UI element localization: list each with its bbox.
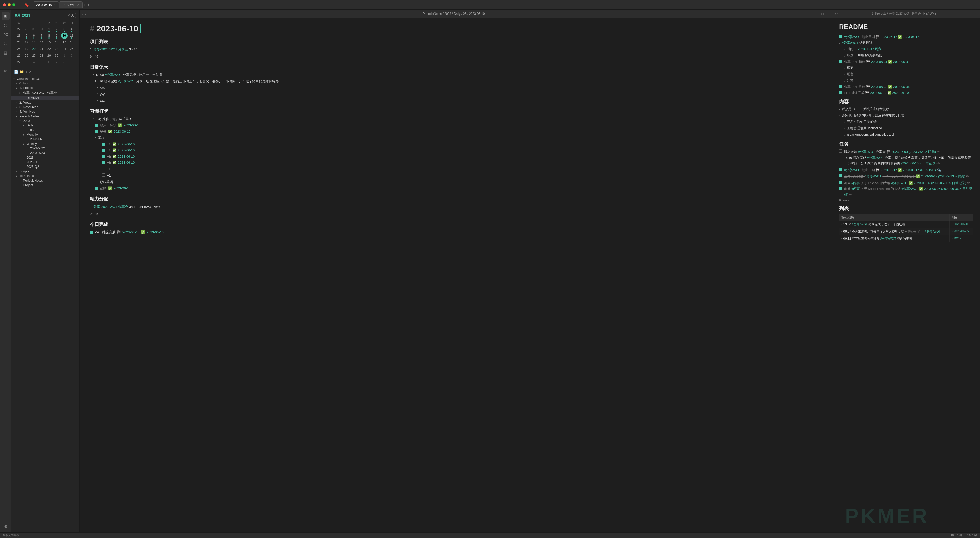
tab-readme[interactable]: README ✕ xyxy=(59,1,83,8)
new-folder-icon[interactable]: 📁 xyxy=(20,70,24,74)
cal-day[interactable]: 13 xyxy=(30,39,38,45)
tree-templates[interactable]: ▾ Templates xyxy=(11,174,80,178)
cal-day[interactable]: 27 xyxy=(30,52,38,59)
cal-day[interactable]: 2 xyxy=(68,52,75,59)
tree-w22[interactable]: 2023-W22 xyxy=(11,146,80,151)
tree-06[interactable]: › 06 xyxy=(11,128,80,132)
tree-periodic[interactable]: ▾ PeriodicNotes xyxy=(11,114,80,119)
task-1-cb[interactable] xyxy=(839,149,842,153)
new-tab-button[interactable]: + xyxy=(84,3,86,7)
task-5-tag[interactable]: #闲事 xyxy=(851,181,860,185)
tree-daily[interactable]: ▾ Daily xyxy=(11,123,80,128)
tree-areas[interactable]: › 2. Areas xyxy=(11,100,80,105)
right-forward-button[interactable]: › xyxy=(837,12,838,16)
tab-editor[interactable]: 2023-06-10 ✕ xyxy=(33,1,59,8)
tab-readme-close[interactable]: ✕ xyxy=(77,3,80,6)
task-2-link[interactable]: (2023-06-10 > 日常记录) xyxy=(901,162,937,165)
cal-day[interactable]: 3 xyxy=(23,59,30,65)
cal-day[interactable]: 19 xyxy=(23,46,30,52)
tree-tpl-periodic[interactable]: PeriodicNotes xyxy=(11,178,80,183)
cal-day[interactable]: 17 xyxy=(61,39,68,45)
calendar-icon[interactable]: ▦ xyxy=(2,48,10,57)
daily-cb-2[interactable] xyxy=(90,79,93,83)
tree-readme[interactable]: README xyxy=(11,95,80,100)
top-tag[interactable]: #分享/WOT xyxy=(844,35,861,39)
close-panel-icon[interactable]: ✕ xyxy=(29,70,32,74)
branch-icon[interactable]: ⌥ xyxy=(2,30,10,38)
tree-2023-q1[interactable]: 2023-Q1 xyxy=(11,160,80,165)
tags-icon[interactable]: ⌗ xyxy=(2,58,10,66)
tree-inbox[interactable]: › 0. Inbox xyxy=(11,81,80,86)
daily-tag-2[interactable]: #分享/WOT xyxy=(118,79,135,83)
cal-day[interactable]: 7 xyxy=(38,33,45,39)
sidebar-toggle-icon[interactable]: ⊞ xyxy=(19,3,22,7)
cal-day[interactable]: 7 xyxy=(53,59,60,65)
tree-2023[interactable]: ▾ 2023 xyxy=(11,119,80,123)
task-4-link[interactable]: (2023-W23 > 职员) xyxy=(938,175,965,178)
cal-day[interactable]: 25 xyxy=(68,46,75,52)
cal-day[interactable]: 15 xyxy=(46,39,53,45)
files-icon[interactable]: ⊞ xyxy=(2,12,10,20)
cal-day[interactable]: 29 xyxy=(46,52,53,59)
tree-projects[interactable]: ▾ 1. Projects xyxy=(11,86,80,90)
bookmark-icon[interactable]: 🔖 xyxy=(24,3,29,7)
new-file-icon[interactable]: 📄 xyxy=(14,70,18,74)
cal-day[interactable]: 4 xyxy=(68,26,75,32)
editor-back-button[interactable]: ‹ xyxy=(82,12,83,16)
tree-2023-file[interactable]: 2023 xyxy=(11,155,80,160)
settings-icon[interactable]: ⚙ xyxy=(2,522,10,530)
more-options-icon[interactable]: ⋯ xyxy=(826,12,829,16)
cal-day[interactable]: 4 xyxy=(30,59,38,65)
cal-day[interactable]: 5 xyxy=(23,33,30,39)
tree-archives[interactable]: › 4. Archives xyxy=(11,110,80,114)
tree-tpl-project[interactable]: Project xyxy=(11,183,80,187)
task-2-cb[interactable] xyxy=(839,156,842,159)
cal-day[interactable]: 6 xyxy=(46,59,53,65)
cal-day[interactable]: 9 xyxy=(53,33,60,39)
task-6-tag2[interactable]: #分享/WOT xyxy=(901,187,918,191)
maximize-button[interactable] xyxy=(12,3,15,6)
task-6-tag[interactable]: #闲事 xyxy=(851,187,860,191)
daily-tag-1[interactable]: #分享/WOT xyxy=(105,73,122,77)
tab-overflow-arrow[interactable]: ▼ xyxy=(87,3,90,6)
habit-cb-2[interactable] xyxy=(95,130,98,133)
cal-day[interactable]: 16 xyxy=(53,39,60,45)
cal-day[interactable]: 28 xyxy=(38,52,45,59)
cal-day[interactable]: 24 xyxy=(61,46,68,52)
right-more-icon[interactable]: ⋯ xyxy=(974,12,977,16)
cal-day[interactable]: 8 xyxy=(46,33,53,39)
habit-3-cb-6[interactable] xyxy=(102,173,105,177)
right-back-button[interactable]: ‹ xyxy=(835,12,836,16)
read-mode-icon[interactable]: □ xyxy=(821,12,824,16)
cal-day[interactable]: 11 xyxy=(68,33,75,39)
sort-icon[interactable]: ↕ xyxy=(25,70,27,74)
tree-root[interactable]: ▾ Obsidian-LifeOS xyxy=(11,76,80,81)
task-1-tag[interactable]: #分享/WOT xyxy=(858,150,875,154)
terminal-icon[interactable]: ⌘ xyxy=(2,39,10,48)
cal-day[interactable]: 1 xyxy=(61,52,68,59)
cal-day[interactable]: 14 xyxy=(38,39,45,45)
cal-day-green[interactable]: 20 xyxy=(30,46,38,52)
habit-cb-1[interactable] xyxy=(95,124,98,127)
tree-2023-q2[interactable]: 2023-Q2 xyxy=(11,165,80,169)
cal-day[interactable]: 30 xyxy=(30,26,38,32)
cal-day[interactable]: 3 xyxy=(61,26,68,32)
task-3-link[interactable]: (README) xyxy=(920,168,936,172)
minimize-button[interactable] xyxy=(8,3,11,6)
cal-day[interactable]: 31 xyxy=(38,26,45,32)
tree-scripts[interactable]: › Scripts xyxy=(11,169,80,174)
cal-day[interactable]: 5 xyxy=(38,59,45,65)
calendar-today-button[interactable]: 今天 xyxy=(67,13,76,18)
close-button[interactable] xyxy=(3,3,6,6)
right-content[interactable]: README #分享/WOT 截止日期 🏁 2023-06-17 ✅ 2023-… xyxy=(832,18,980,532)
note-icon[interactable]: ✏ xyxy=(2,67,10,75)
cal-day[interactable]: 23 xyxy=(53,46,60,52)
habit-3-cb-2[interactable] xyxy=(102,149,105,152)
cal-day[interactable]: 12 xyxy=(23,39,30,45)
calendar-next[interactable]: › xyxy=(35,14,35,17)
cal-day[interactable]: 6 xyxy=(30,33,38,39)
cal-day[interactable]: 29 xyxy=(23,26,30,32)
cal-day[interactable]: 21 xyxy=(38,46,45,52)
right-read-icon[interactable]: □ xyxy=(970,12,972,16)
cal-day[interactable]: 8 xyxy=(61,59,68,65)
